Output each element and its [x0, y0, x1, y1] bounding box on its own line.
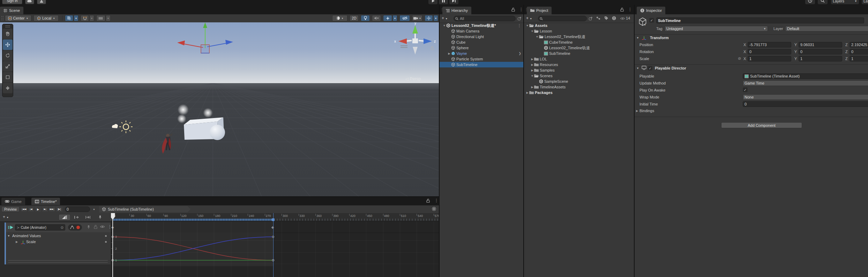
timeline-content[interactable]: 0306090120150180210240270300330360390420… [111, 213, 439, 277]
foldout-open-icon[interactable]: ▼ [636, 67, 639, 70]
play-on-awake-checkbox[interactable]: ✓ [743, 87, 748, 92]
hierarchy-item-subtimeline[interactable]: SubTimeline [440, 62, 523, 67]
increment-snap-toggle[interactable] [96, 15, 105, 21]
project-create-button[interactable]: + ▼ [526, 16, 532, 21]
initial-time-field[interactable]: 0 [743, 101, 868, 107]
project-item-subtimeline[interactable]: SubTimeline [524, 51, 634, 56]
foldout-closed-icon[interactable]: ▶ [16, 240, 18, 243]
goto-end-button[interactable]: ▶▶| [49, 206, 55, 212]
foldout-closed-icon[interactable]: ▶ [530, 63, 534, 66]
track-binding-field[interactable]: ≻Cube (Animator) ⊙ [15, 224, 65, 231]
hierarchy-search-input[interactable]: All [454, 16, 516, 21]
scale-z-field[interactable]: 1 [850, 56, 868, 61]
hierarchy-menu-icon[interactable]: ⋮ [519, 7, 523, 12]
hierarchy-item-sphere[interactable]: Sphere [440, 45, 523, 51]
scene-cube-object[interactable] [174, 114, 234, 142]
track-pin-icon[interactable] [87, 225, 90, 229]
audio-toggle[interactable] [372, 15, 381, 21]
hierarchy-item-vayne[interactable]: ▶Vayne❯ [440, 51, 523, 56]
foldout-open-icon[interactable]: ▼ [442, 24, 446, 27]
search-everything-button[interactable] [818, 0, 828, 4]
undo-history-button[interactable] [805, 0, 815, 4]
layout-dropdown[interactable]: Layout [862, 0, 868, 4]
transform-title[interactable]: Transform [650, 36, 669, 40]
snap-dropdown[interactable]: ▼ [89, 15, 94, 21]
hand-tool[interactable] [3, 29, 13, 39]
project-item-packages[interactable]: ▶Packages [524, 90, 634, 95]
goto-start-button[interactable]: |◀◀ [21, 206, 27, 212]
scale-x-field[interactable]: 1 [748, 56, 791, 61]
component-enabled-checkbox[interactable]: ✓ [648, 66, 652, 71]
gameobject-name-field[interactable]: SubTimeline [656, 17, 864, 23]
play-range-button[interactable]: [▶] [56, 206, 63, 212]
tag-dropdown[interactable]: Untagged▼ [665, 26, 768, 31]
scene-viewport[interactable]: y x z ◁ Persp [0, 22, 439, 197]
foldout-closed-icon[interactable]: ▶ [530, 86, 534, 89]
ripple-mode-button[interactable] [72, 214, 82, 220]
search-by-type-icon[interactable] [596, 16, 601, 20]
prefab-arrow-icon[interactable]: ❯ [518, 52, 521, 55]
add-component-button[interactable]: Add Component [721, 122, 802, 128]
hidden-alert-icon[interactable] [612, 16, 616, 20]
track-mute-eye-icon[interactable] [100, 225, 105, 228]
scene-character-vayne[interactable] [159, 132, 176, 156]
tools-handle[interactable] [2, 24, 13, 28]
hierarchy-item-particle-system[interactable]: Particle System [440, 56, 523, 62]
project-item-samplescene[interactable]: SampleScene [524, 79, 634, 84]
tab-project[interactable]: Project [527, 7, 552, 14]
rotate-tool[interactable] [3, 50, 13, 61]
tab-timeline[interactable]: Timeline* [31, 198, 60, 205]
tab-scene[interactable]: Scene [0, 7, 23, 14]
keyframe-diamond[interactable]: ◆ [271, 225, 274, 229]
playhead-line[interactable] [112, 213, 113, 277]
hierarchy-item-cube[interactable]: Cube [440, 39, 523, 45]
foldout-closed-icon[interactable]: ▶ [525, 91, 529, 94]
increment-snap-dropdown[interactable]: ▼ [106, 15, 111, 21]
timeline-lock-icon[interactable] [426, 199, 430, 203]
project-item-cubetimeline[interactable]: CubeTimeline [524, 39, 634, 45]
wrap-mode-dropdown[interactable]: None▼ [743, 94, 868, 100]
gizmos-dropdown[interactable]: ▼ [433, 15, 438, 21]
add-track-button[interactable]: + ▼ [3, 214, 9, 219]
foldout-closed-icon[interactable]: ▶ [530, 69, 534, 72]
move-tool[interactable] [3, 39, 13, 50]
search-by-label-icon[interactable] [604, 16, 608, 20]
visibility-eye-icon[interactable] [620, 17, 625, 20]
mix-mode-button[interactable] [59, 214, 70, 220]
camera-settings-dropdown[interactable]: ▼ [412, 15, 422, 21]
move-gizmo[interactable] [164, 22, 244, 64]
project-item-lesson02-timeline-[interactable]: Lesson02_Timeline轨道 [524, 45, 634, 51]
scale-link-icon[interactable]: ⊘ [738, 56, 741, 61]
gizmo-menu-icon[interactable] [401, 45, 407, 48]
foldout-closed-icon[interactable]: ▶ [636, 109, 638, 112]
tab-hierarchy[interactable]: Hierarchy [442, 7, 471, 14]
project-item-lesson[interactable]: ▼Lesson [524, 28, 634, 34]
timeline-menu-icon[interactable]: ⋮ [434, 198, 439, 203]
foldout-open-icon[interactable]: ▼ [7, 234, 10, 238]
project-item-assets[interactable]: ▼Assets [524, 23, 634, 28]
popout-icon[interactable] [518, 17, 521, 20]
foldout-open-icon[interactable]: ▼ [535, 35, 539, 38]
foldout-open-icon[interactable]: ▼ [530, 30, 534, 33]
preview-toggle[interactable]: Preview [1, 206, 20, 212]
playable-object-field[interactable]: SubTimeline (Timeline Asset) [743, 73, 868, 79]
rotation-y-field[interactable]: 0 [799, 49, 842, 54]
pivot-mode-dropdown[interactable]: Center▼ [5, 15, 31, 21]
project-item-timelineassets[interactable]: ▶TimelineAssets [524, 84, 634, 90]
position-z-field[interactable]: 2.192425 [850, 42, 868, 48]
scale-row[interactable]: ▶ Scale [6, 239, 111, 245]
frame-field-dropdown[interactable]: ▼ [93, 208, 95, 211]
sign-in-button[interactable]: Sign In [2, 0, 22, 4]
step-button[interactable] [449, 0, 458, 4]
rotation-x-field[interactable]: 0 [748, 49, 791, 54]
play-timeline-button[interactable]: ▶ [35, 206, 41, 212]
cloud-button[interactable] [25, 0, 34, 4]
scene-sphere-object[interactable] [210, 125, 225, 140]
orientation-gizmo[interactable]: y x z [391, 22, 439, 63]
popout-icon[interactable] [589, 17, 592, 20]
project-menu-icon[interactable]: ⋮ [628, 7, 632, 12]
gizmos-toggle[interactable] [425, 15, 433, 21]
foldout-closed-icon[interactable]: ▶ [447, 52, 451, 55]
item-menu-icon[interactable]: ⋮ [517, 23, 521, 28]
foldout-open-icon[interactable]: ▼ [636, 36, 639, 39]
